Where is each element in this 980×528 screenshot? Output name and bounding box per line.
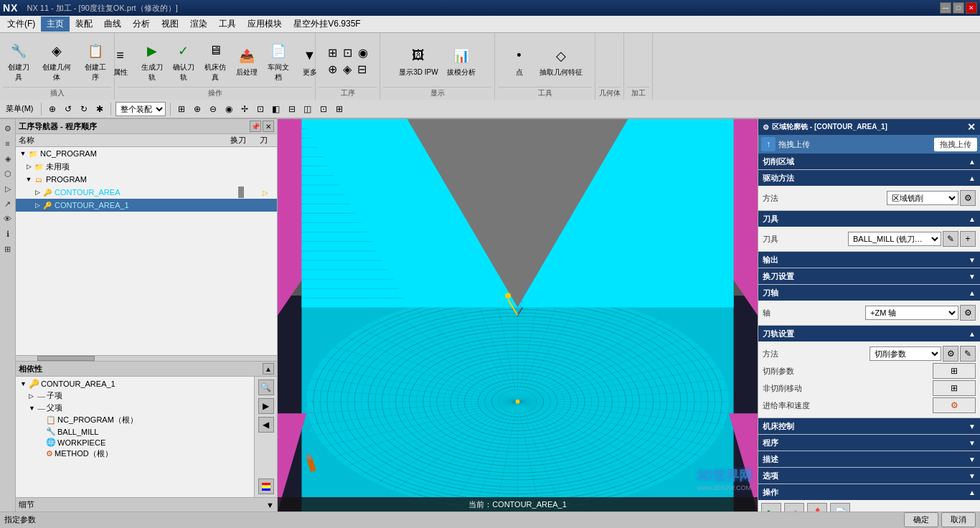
ribbon-draft-analysis[interactable]: 📊 拔模分析 [444,43,479,79]
cut-params-btn[interactable]: ⊞ [933,363,976,379]
ribbon-tp-btn3[interactable]: ◉ [356,45,370,60]
ribbon-tp-btn6[interactable]: ⊟ [355,62,369,77]
titlebar-controls[interactable]: — □ ✕ [940,2,977,14]
menu-tools[interactable]: 工具 [213,16,242,32]
left-icon-view[interactable]: 👁 [1,212,14,225]
ops-verify-btn[interactable]: ✓ [784,503,804,512]
section-tool-axis-header[interactable]: 刀轴 ▲ [758,285,980,301]
tb2-zoom-in[interactable]: ⊕ [191,103,204,116]
ribbon-tp-btn2[interactable]: ⊡ [341,45,354,60]
dep-item-contour-area-1[interactable]: ▼ 🔑 CONTOUR_AREA_1 [17,378,253,390]
ribbon-show-3dipw[interactable]: 🖼 显示3D IPW [396,43,440,79]
left-icon-constraint[interactable]: ⊞ [1,242,14,255]
ribbon-workshop-doc[interactable]: 📄 车间文档 [264,38,293,84]
tb2-icon3[interactable]: ↻ [77,103,90,116]
dep-expand-1[interactable]: ▷ [29,392,37,400]
section-drive-method-header[interactable]: 驱动方法 ▲ [758,170,980,186]
ribbon-point[interactable]: • 点 [505,43,534,79]
tb2-shade[interactable]: ◧ [270,103,283,116]
tool-axis-select[interactable]: +ZM 轴 [865,306,958,320]
nc-program-expand[interactable]: ▼ [19,150,27,157]
ribbon-create-geo[interactable]: ◈ 创建几何体 [38,38,77,84]
tb2-icon1[interactable]: ⊕ [46,103,59,116]
menu-analysis[interactable]: 分析 [127,16,156,32]
ribbon-machine-sim[interactable]: 🖥 机床仿真 [201,38,230,84]
dep-item-children[interactable]: ▷ — 子项 [17,390,253,402]
feed-rate-btn[interactable]: ⚙ [933,397,976,413]
tb2-layer[interactable]: ⊞ [333,103,346,116]
dep-left-btn[interactable]: ◀ [258,417,274,433]
close-button[interactable]: ✕ [966,2,977,14]
ops-post-btn[interactable]: 📤 [807,503,827,512]
assembly-select[interactable]: 整个装配 [116,102,166,116]
tb2-pan[interactable]: ✢ [238,103,251,116]
ribbon-attr[interactable]: ≡ 属性 [106,43,135,79]
dep-search-btn[interactable]: 🔍 [258,380,274,395]
maximize-button[interactable]: □ [953,2,964,14]
dep-right-btn[interactable]: ▶ [258,398,274,414]
left-icon-geo[interactable]: ⬡ [1,167,14,180]
tree-item-contour-area-1[interactable]: ▷ 🔑 CONTOUR_AREA_1 [16,199,277,212]
tool-axis-settings-btn[interactable]: ⚙ [960,305,976,321]
dep-item-parents[interactable]: ▼ — 父项 [17,402,253,414]
left-icon-nav[interactable]: ≡ [1,137,14,150]
section-description-header[interactable]: 描述 ▼ [758,451,980,467]
cancel-button[interactable]: 取消 [941,512,976,527]
tb2-zoom-fit[interactable]: ⊞ [175,103,188,116]
menu-app-module[interactable]: 应用模块 [242,16,288,32]
section-cut-region-header[interactable]: 切削区域 ▲ [758,154,980,169]
drive-method-select[interactable]: 区域铣削 [887,191,958,205]
nav-control-pin[interactable]: 📌 [250,121,261,132]
tool-select[interactable]: BALL_MILL (铣刀… [848,232,941,246]
dep-collapse-btn[interactable]: ▲ [263,363,274,374]
ops-generate-btn[interactable]: ▶ [761,503,781,512]
tree-item-program[interactable]: ▼ 🗂 PROGRAM [16,173,277,186]
dep-expand-2[interactable]: ▼ [29,405,37,412]
left-icon-part[interactable]: ◈ [1,152,14,165]
ribbon-tp-btn4[interactable]: ⊕ [326,62,339,77]
tb2-icon4[interactable]: ✱ [93,103,106,116]
tb2-wire[interactable]: ⊟ [286,103,298,116]
dep-item-ball-mill[interactable]: 🔧 BALL_MILL [17,426,253,437]
menu-home[interactable]: 主页 [41,16,70,32]
ribbon-create-tool[interactable]: 🔧 创建刀具 [3,38,35,84]
ribbon-tp-btn1[interactable]: ⊞ [326,45,339,60]
ribbon-tp-btn5[interactable]: ◈ [341,62,354,77]
section-toolpath-settings-header[interactable]: 刀轨设置 ▲ [758,326,980,341]
dep-detail-arrow[interactable]: ▼ [266,501,274,509]
section-operations-sub-header[interactable]: 操作 ▲ [758,484,980,500]
tb2-snap[interactable]: ⊡ [317,103,330,116]
tb2-zoom-out[interactable]: ⊖ [207,103,220,116]
ops-doc-btn[interactable]: 📄 [830,503,850,512]
menu-shortcut[interactable]: 菜单(M) [3,103,37,115]
tree-item-nc-program[interactable]: ▼ 📁 NC_PROGRAM [16,147,277,160]
section-machine-ctrl-header[interactable]: 机床控制 ▼ [758,418,980,434]
upload-button[interactable]: 拖拽上传 [934,138,977,151]
left-icon-settings[interactable]: ⚙ [1,122,14,135]
nav-scrollbar-thumb[interactable] [37,356,95,361]
menu-file[interactable]: 文件(F) [1,16,41,32]
tb2-icon2[interactable]: ↺ [62,103,75,116]
menu-render[interactable]: 渲染 [184,16,213,32]
left-icon-info[interactable]: ℹ [1,227,14,240]
section-tool-change-header[interactable]: 换刀设置 ▼ [758,268,980,284]
nav-control-close[interactable]: ✕ [263,121,274,132]
toolpath-method-select[interactable]: 切削参数 [870,346,941,361]
left-icon-select[interactable]: ↗ [1,197,14,210]
menu-assembly[interactable]: 装配 [70,16,98,32]
dep-item-method-root[interactable]: ⚙ METHOD（根） [17,448,253,460]
minimize-button[interactable]: — [940,2,951,14]
dep-expand-0[interactable]: ▼ [20,380,29,387]
tb2-rotate[interactable]: ◉ [222,103,235,116]
tool-edit-btn[interactable]: ✎ [943,231,958,247]
menu-curve[interactable]: 曲线 [98,16,127,32]
non-cut-btn[interactable]: ⊞ [933,380,976,396]
tree-item-unused[interactable]: ▷ 📁 未用项 [16,160,277,173]
dep-item-workpiece[interactable]: 🌐 WORKPIECE [17,437,253,448]
program-expand[interactable]: ▼ [24,176,33,183]
nav-scrollbar-h[interactable] [16,355,277,361]
viewport[interactable]: 当前：CONTOUR_AREA_1 3D世界网 www.3DSJW.COM [278,119,758,512]
toolpath-method-edit-btn[interactable]: ✎ [960,346,976,362]
ribbon-verify[interactable]: ✓ 确认刀轨 [169,38,198,84]
tb2-select[interactable]: ⊡ [254,103,267,116]
